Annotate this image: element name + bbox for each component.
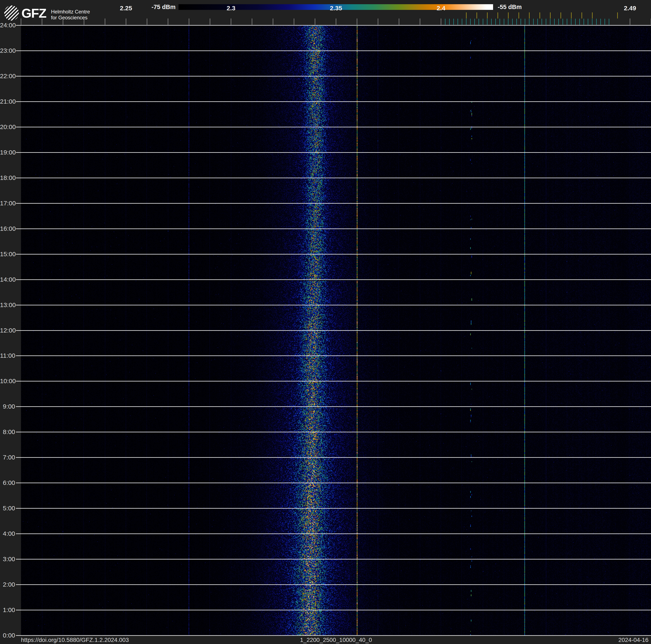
gfz-subtitle-line1: Helmholtz Centre	[51, 9, 90, 15]
ble-channel-tick	[529, 19, 529, 25]
wifi-channel-tick	[466, 12, 467, 19]
hour-gridline	[16, 51, 651, 51]
freq-minor-tick	[63, 19, 63, 25]
ble-channel-tick	[470, 19, 471, 25]
hour-gridline	[16, 330, 651, 331]
hour-gridline	[16, 610, 651, 610]
hour-gridline	[16, 432, 651, 432]
hour-gridline	[16, 381, 651, 381]
wifi-channel-tick	[519, 12, 519, 19]
time-label: 19:00	[0, 149, 15, 156]
ble-channel-tick	[588, 19, 588, 25]
ble-channel-tick	[491, 19, 492, 25]
ble-channel-tick	[449, 19, 450, 25]
time-label: 15:00	[0, 250, 15, 258]
freq-minor-tick	[294, 19, 294, 25]
hour-gridline	[16, 305, 651, 305]
hour-gridline	[16, 533, 651, 534]
ble-channel-tick	[483, 19, 483, 25]
ble-channel-tick	[521, 19, 521, 25]
ble-channel-tick	[546, 19, 546, 25]
freq-tick-label: 2.4	[437, 5, 445, 12]
ble-channel-tick	[445, 19, 445, 25]
ble-channel-tick	[504, 19, 504, 25]
freq-tick	[336, 19, 336, 25]
freq-minor-tick	[273, 19, 273, 25]
ble-channel-tick	[550, 19, 550, 25]
time-label: 22:00	[0, 72, 15, 80]
freq-minor-tick	[105, 19, 105, 25]
gfz-globe-icon	[4, 5, 19, 21]
time-label: 11:00	[0, 352, 15, 359]
freq-tick-label: 2.35	[330, 5, 342, 12]
ble-channel-tick	[575, 19, 576, 25]
hour-gridline	[16, 406, 651, 407]
freq-tick	[231, 19, 231, 25]
hour-gridline	[16, 76, 651, 77]
time-label: 23:00	[0, 47, 15, 54]
ble-channel-tick	[596, 19, 597, 25]
ble-channel-tick	[537, 19, 538, 25]
wifi-channel-tick	[617, 12, 618, 19]
time-label: 20:00	[0, 123, 15, 131]
time-label: 18:00	[0, 174, 15, 182]
ble-channel-tick	[584, 19, 584, 25]
wifi-channel-tick	[550, 12, 551, 19]
time-label: 2:00	[0, 581, 15, 588]
freq-tick	[126, 19, 126, 25]
wifi-channel-tick	[508, 12, 508, 19]
freq-minor-tick	[42, 19, 42, 25]
wifi-channel-tick	[497, 12, 498, 19]
freq-minor-tick	[210, 19, 210, 25]
hour-gridline	[16, 152, 651, 153]
wifi-channel-tick	[476, 12, 477, 19]
freq-minor-tick	[420, 19, 420, 25]
wifi-channel-tick	[529, 12, 530, 19]
hour-gridline	[16, 101, 651, 102]
ble-channel-tick	[500, 19, 500, 25]
time-label: 21:00	[0, 98, 15, 105]
time-label: 7:00	[0, 453, 15, 461]
ble-channel-tick	[458, 19, 458, 25]
footer-doi-link[interactable]: https://doi.org/10.5880/GFZ.1.2.2024.003	[21, 637, 129, 643]
time-label: 5:00	[0, 504, 15, 512]
hour-gridline	[16, 25, 651, 26]
colorbar-min-label: -75 dBm	[136, 4, 176, 10]
freq-minor-tick	[378, 19, 378, 25]
footer-date: 2024-04-16	[618, 637, 649, 643]
time-label: 3:00	[0, 555, 15, 563]
freq-tick	[630, 19, 630, 25]
ble-channel-tick	[604, 19, 605, 25]
hour-gridline	[16, 229, 651, 229]
ble-channel-tick	[533, 19, 534, 25]
ble-channel-tick	[563, 19, 563, 25]
ble-channel-tick	[478, 19, 479, 25]
ble-channel-tick	[541, 19, 542, 25]
ble-channel-tick	[525, 19, 525, 25]
wifi-channel-tick	[592, 12, 593, 19]
time-label: 12:00	[0, 327, 15, 334]
time-label: 9:00	[0, 403, 15, 410]
freq-minor-tick	[399, 19, 399, 25]
freq-minor-tick	[315, 19, 315, 25]
wifi-channel-tick	[560, 12, 561, 19]
hour-gridline	[16, 508, 651, 509]
freq-minor-tick	[21, 19, 21, 25]
hour-gridline	[16, 584, 651, 585]
ble-channel-tick	[592, 19, 592, 25]
colorbar-max-label: -55 dBm	[498, 4, 522, 10]
hour-gridline	[16, 279, 651, 280]
wifi-channel-tick	[487, 12, 488, 19]
hour-gridline	[16, 635, 651, 636]
freq-tick	[441, 19, 441, 25]
freq-minor-tick	[252, 19, 252, 25]
ble-channel-tick	[474, 19, 475, 25]
ble-channel-tick	[558, 19, 559, 25]
time-label: 13:00	[0, 301, 15, 309]
ble-channel-tick	[466, 19, 466, 25]
hour-gridline	[16, 178, 651, 178]
ble-channel-tick	[462, 19, 462, 25]
freq-minor-tick	[357, 19, 357, 25]
freq-tick-label: 2.25	[120, 5, 132, 12]
freq-minor-tick	[189, 19, 189, 25]
